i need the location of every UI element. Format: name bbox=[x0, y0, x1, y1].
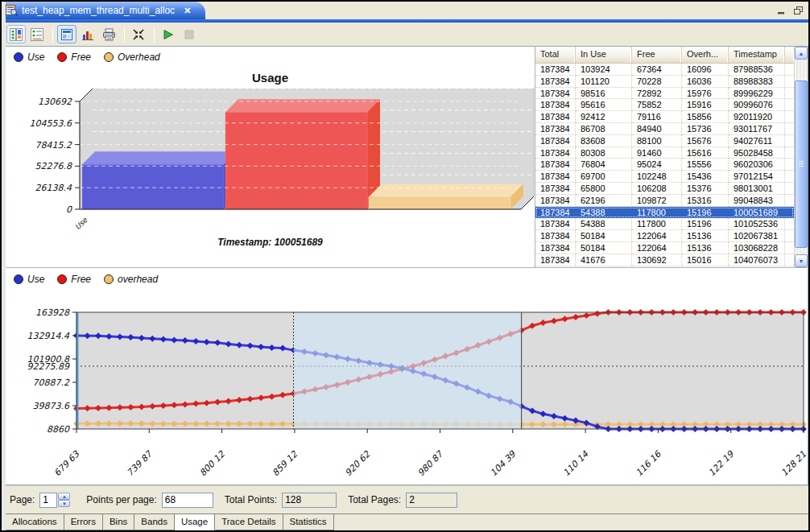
scroll-up-icon[interactable]: ▲ bbox=[795, 47, 808, 60]
table-row[interactable]: 18738476804950241555696020306 bbox=[535, 159, 794, 171]
table-cell: 187384 bbox=[535, 195, 576, 207]
points-per-page-label: Points per page: bbox=[86, 494, 156, 505]
tab-close-icon[interactable]: ✕ bbox=[184, 6, 191, 16]
table-cell: 15136 bbox=[682, 230, 729, 242]
table-row[interactable]: 18738492412791161585692011920 bbox=[535, 111, 794, 123]
table-row[interactable]: 18738480308914601561695028458 bbox=[535, 147, 794, 159]
svg-text:110 14: 110 14 bbox=[561, 448, 591, 478]
total-pages-value bbox=[406, 493, 457, 508]
usage-line-chart[interactable]: 886039873.670887.2101900.8132914.4163928… bbox=[6, 268, 808, 485]
table-row[interactable]: 18738483608881001567694027611 bbox=[535, 135, 794, 147]
table-row[interactable]: 1873845438811780015196100051689 bbox=[535, 207, 794, 219]
usage-table-panel: TotalIn UseFreeOverh...Timestamp 1873841… bbox=[535, 47, 808, 267]
table-cell-filler bbox=[785, 159, 794, 171]
total-pages-label: Total Pages: bbox=[348, 494, 401, 505]
table-cell-filler bbox=[785, 254, 794, 266]
table-cell: 122064 bbox=[632, 242, 682, 254]
usage-bar-chart[interactable]: 026138.452276.878415.2104553.6130692Use bbox=[6, 89, 535, 235]
column-header[interactable]: Free bbox=[632, 47, 682, 63]
table-row[interactable]: 18738495616758521591690996076 bbox=[535, 99, 794, 111]
table-row[interactable]: 187384658001062081537698013001 bbox=[535, 183, 794, 195]
table-scrollbar[interactable]: ▲ ▼ bbox=[794, 47, 808, 267]
table-cell: 103924 bbox=[576, 64, 632, 76]
scrollbar-thumb[interactable] bbox=[795, 80, 808, 248]
bar-chart-title: Usage bbox=[6, 71, 535, 85]
overview-button[interactable] bbox=[57, 25, 76, 43]
points-per-page-input[interactable] bbox=[162, 493, 213, 508]
fit-to-window-button[interactable] bbox=[129, 25, 148, 43]
toolbar bbox=[2, 23, 808, 46]
view-tab-usage[interactable]: Usage bbox=[175, 514, 215, 530]
table-cell: 95024 bbox=[632, 159, 682, 171]
svg-text:739 87: 739 87 bbox=[125, 448, 155, 479]
view-tab-trace-details[interactable]: Trace Details bbox=[215, 514, 283, 530]
tab-title: test_heap_mem_thread_multi_alloc bbox=[22, 5, 175, 16]
table-row[interactable]: 187384101120702281603688988383 bbox=[535, 76, 794, 88]
table-cell: 91460 bbox=[632, 147, 682, 159]
spinner-up-icon[interactable]: ▲ bbox=[58, 493, 70, 500]
svg-text:130692: 130692 bbox=[38, 97, 72, 107]
table-cell: 15616 bbox=[682, 147, 729, 159]
view-tab-bar: AllocationsErrorsBinsBandsUsageTrace Det… bbox=[2, 513, 808, 530]
table-cell: 62196 bbox=[576, 195, 632, 207]
minimize-view-icon[interactable] bbox=[776, 6, 787, 15]
svg-text:679 63: 679 63 bbox=[52, 448, 82, 478]
table-cell: 50184 bbox=[576, 230, 632, 242]
table-cell: 15676 bbox=[682, 135, 729, 147]
table-row[interactable]: 1873845018412206415136103068228 bbox=[535, 242, 794, 254]
table-row[interactable]: 1873844167613069215016104076073 bbox=[535, 254, 794, 266]
column-header[interactable]: Total bbox=[535, 47, 576, 63]
table-row[interactable]: 187384697001022481543697012154 bbox=[535, 171, 794, 183]
table-cell: 15976 bbox=[682, 88, 729, 100]
table-row[interactable]: 187384103924673641609687988536 bbox=[535, 64, 794, 76]
table-cell: 75852 bbox=[632, 99, 682, 111]
legend-list-button[interactable] bbox=[27, 25, 47, 43]
page-input[interactable] bbox=[39, 493, 57, 508]
editor-tab[interactable]: test_heap_mem_thread_multi_alloc ✕ bbox=[2, 2, 205, 19]
view-tab-errors[interactable]: Errors bbox=[64, 514, 103, 530]
table-row[interactable]: 1873845438811780015196101052536 bbox=[535, 218, 794, 230]
table-row[interactable]: 18738486708849401573693011767 bbox=[535, 123, 794, 135]
view-tab-bands[interactable]: Bands bbox=[134, 514, 175, 530]
chart-options-button[interactable] bbox=[6, 25, 26, 43]
table-row[interactable]: 18738498516728921597689996229 bbox=[535, 88, 794, 100]
play-button[interactable] bbox=[159, 25, 178, 43]
table-cell: 76804 bbox=[576, 159, 632, 171]
legend-item: Use bbox=[14, 52, 44, 63]
bar-chart-button[interactable] bbox=[78, 25, 97, 43]
scroll-down-icon[interactable]: ▼ bbox=[795, 254, 808, 267]
svg-text:0: 0 bbox=[66, 204, 72, 215]
legend-swatch-icon bbox=[57, 52, 67, 62]
spinner-down-icon[interactable]: ▼ bbox=[58, 500, 70, 507]
table-row[interactable]: 187384621961098721531699048843 bbox=[535, 195, 794, 207]
column-header[interactable]: Timestamp bbox=[729, 47, 785, 63]
timestamp-caption: Timestamp: 100051689 bbox=[6, 237, 535, 248]
table-cell: 187384 bbox=[535, 111, 576, 123]
table-cell: 117800 bbox=[632, 207, 682, 219]
svg-text:980 87: 980 87 bbox=[415, 448, 446, 479]
bar-chart-legend: UseFreeOverhead bbox=[14, 52, 160, 63]
print-button[interactable] bbox=[99, 25, 118, 43]
toolbar-separator bbox=[154, 27, 155, 43]
table-cell: 80308 bbox=[576, 147, 632, 159]
view-tab-statistics[interactable]: Statistics bbox=[283, 514, 334, 530]
svg-text:8860: 8860 bbox=[47, 424, 70, 435]
column-header[interactable]: Overh... bbox=[682, 47, 729, 63]
table-cell-filler bbox=[785, 171, 794, 183]
table-cell: 101120 bbox=[576, 76, 632, 88]
legend-item: Free bbox=[57, 52, 91, 63]
column-header[interactable]: In Use bbox=[576, 47, 632, 63]
window-left-edge bbox=[2, 2, 6, 530]
table-row[interactable]: 1873845018412206415136102067381 bbox=[535, 230, 794, 242]
view-tab-allocations[interactable]: Allocations bbox=[5, 514, 64, 530]
table-cell: 101052536 bbox=[729, 218, 785, 230]
legend-item: Use bbox=[14, 274, 44, 285]
pagination-controls: Page: ▲ ▼ Points per page: Total Points:… bbox=[2, 485, 808, 513]
svg-text:128 21: 128 21 bbox=[779, 449, 808, 478]
restore-view-icon[interactable] bbox=[792, 6, 804, 15]
view-tab-bins[interactable]: Bins bbox=[103, 514, 134, 530]
page-spinner[interactable]: ▲ ▼ bbox=[39, 493, 70, 508]
table-cell-filler bbox=[785, 195, 794, 207]
table-cell: 86708 bbox=[576, 123, 632, 135]
page-label: Page: bbox=[10, 494, 35, 505]
